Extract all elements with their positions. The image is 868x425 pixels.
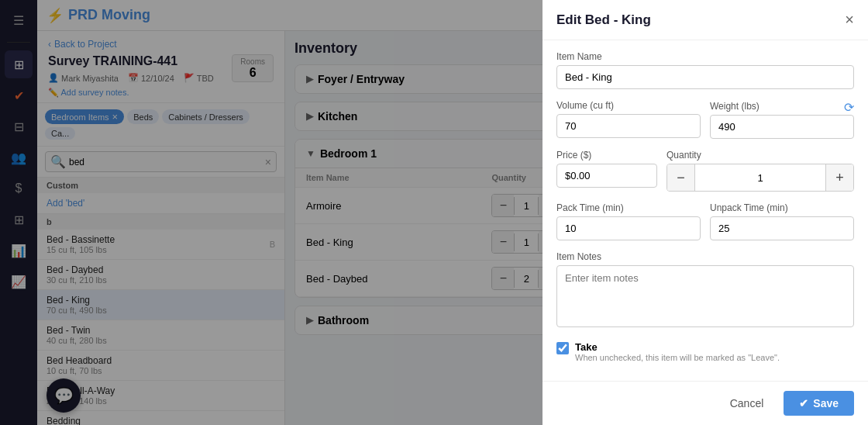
weight-field: Weight (lbs) ⟳ — [710, 100, 854, 139]
weight-label: Weight (lbs) — [710, 101, 760, 112]
modal-body: Item Name Volume (cu ft) Weight (lbs) ⟳ — [542, 40, 868, 381]
modal-footer: Cancel ✔ Save — [542, 381, 868, 425]
notes-label: Item Notes — [556, 251, 854, 262]
packtime-unpacktime-row: Pack Time (min) Unpack Time (min) — [556, 202, 854, 240]
save-label: Save — [813, 397, 839, 409]
quantity-label: Quantity — [666, 150, 854, 161]
take-description: When unchecked, this item will be marked… — [575, 353, 780, 362]
volume-field: Volume (cu ft) — [556, 100, 701, 139]
item-name-label: Item Name — [556, 51, 854, 62]
price-field: Price ($) — [556, 150, 657, 192]
save-check-icon: ✔ — [799, 397, 808, 409]
refresh-icon[interactable]: ⟳ — [844, 100, 854, 115]
quantity-stepper: − + — [666, 164, 854, 192]
notes-field-row: Item Notes — [556, 251, 854, 330]
unpack-time-label: Unpack Time (min) — [710, 202, 854, 213]
cancel-button[interactable]: Cancel — [718, 391, 777, 416]
unpack-time-input[interactable] — [710, 216, 854, 240]
pack-time-label: Pack Time (min) — [556, 202, 701, 213]
price-label: Price ($) — [556, 150, 657, 161]
item-name-input[interactable] — [556, 65, 854, 89]
take-label: Take — [575, 341, 780, 353]
modal-close-button[interactable]: × — [845, 11, 854, 29]
modal-title: Edit Bed - King — [556, 12, 651, 28]
weight-input[interactable] — [710, 115, 854, 139]
volume-weight-row: Volume (cu ft) Weight (lbs) ⟳ — [556, 100, 854, 139]
take-checkbox[interactable] — [556, 342, 569, 354]
qty-modal-increase-button[interactable]: + — [825, 164, 853, 191]
item-name-field-row: Item Name — [556, 51, 854, 89]
unpack-time-field: Unpack Time (min) — [710, 202, 854, 240]
take-row: Take When unchecked, this item will be m… — [556, 341, 854, 362]
edit-item-modal: Edit Bed - King × Item Name Volume (cu f… — [542, 0, 868, 425]
qty-modal-decrease-button[interactable]: − — [667, 164, 695, 191]
volume-label: Volume (cu ft) — [556, 100, 701, 111]
modal-overlay: Edit Bed - King × Item Name Volume (cu f… — [0, 0, 868, 425]
volume-input[interactable] — [556, 114, 701, 138]
quantity-field: Quantity − + — [666, 150, 854, 192]
price-input[interactable] — [556, 164, 657, 188]
pack-time-field: Pack Time (min) — [556, 202, 701, 240]
modal-header: Edit Bed - King × — [542, 0, 868, 40]
save-button[interactable]: ✔ Save — [784, 391, 854, 416]
price-qty-row: Price ($) Quantity − + — [556, 150, 854, 192]
qty-modal-input[interactable] — [695, 168, 825, 188]
notes-textarea[interactable] — [556, 265, 854, 327]
pack-time-input[interactable] — [556, 216, 701, 240]
